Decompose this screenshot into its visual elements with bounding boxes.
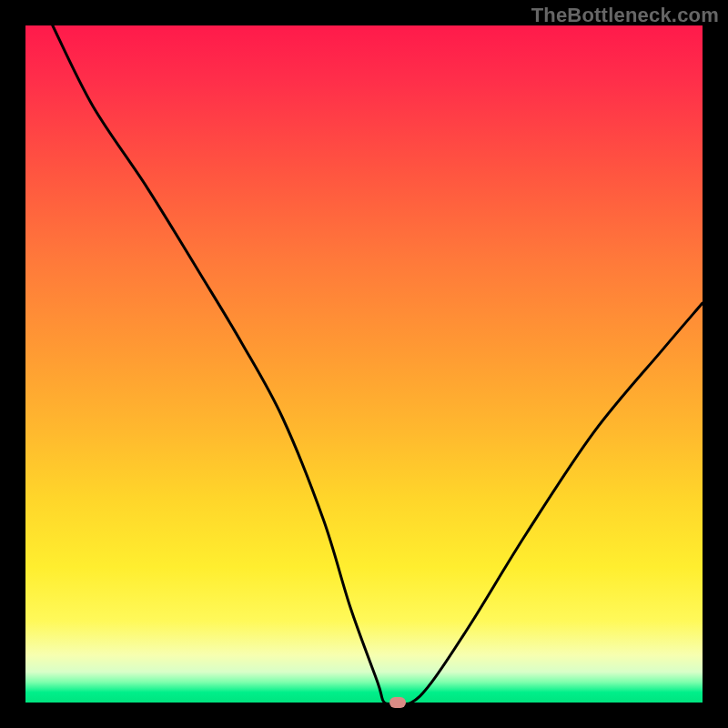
curve-path <box>53 25 703 704</box>
plot-area <box>25 25 703 703</box>
optimum-marker <box>389 697 406 708</box>
bottleneck-curve <box>25 25 703 703</box>
chart-frame: TheBottleneck.com <box>0 0 728 728</box>
watermark-text: TheBottleneck.com <box>531 4 719 27</box>
